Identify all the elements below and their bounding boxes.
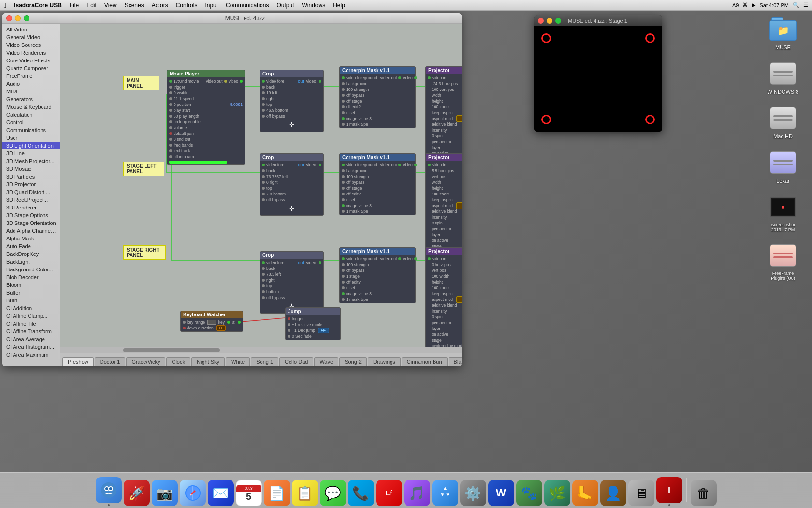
- dock-item-mail[interactable]: ✉️: [208, 480, 234, 506]
- desktop-icon-muse[interactable]: 📁 MUSE: [764, 15, 802, 50]
- dock-item-notes[interactable]: 📋: [292, 480, 318, 506]
- sidebar-item-3d-stage-orient[interactable]: 3D Stage Orientation: [2, 219, 60, 227]
- sidebar-item-backdropkey[interactable]: BackDropKey: [2, 250, 60, 258]
- sidebar-item-all-video[interactable]: All Video: [2, 26, 60, 33]
- dock-item-misc2[interactable]: 🌿: [544, 480, 570, 506]
- dock-item-lastfm[interactable]: Lf: [376, 480, 402, 506]
- menu-controls[interactable]: Controls: [176, 2, 198, 9]
- search-icon[interactable]: 🔍: [793, 2, 799, 8]
- sidebar-item-calculation[interactable]: Calculation: [2, 111, 60, 119]
- apple-menu[interactable]: : [4, 1, 6, 9]
- node-movie-player[interactable]: Movie Player 17:Und movievideo outvideo …: [167, 70, 245, 165]
- menu-file[interactable]: File: [70, 2, 79, 9]
- node-jump[interactable]: Jump trigger +1 relative mode +1 Dec jum…: [285, 307, 341, 340]
- desktop-icon-freeframe[interactable]: FreeFramePlugins (U8): [764, 242, 802, 281]
- close-button[interactable]: [6, 15, 12, 21]
- dock-item-itunes[interactable]: 🎵: [404, 480, 430, 506]
- desktop-icon-windows8[interactable]: WINDOWS 8: [764, 60, 802, 95]
- sidebar-item-video-sources[interactable]: Video Sources: [2, 41, 60, 49]
- tab-song1[interactable]: Song 1: [251, 357, 278, 366]
- sidebar-item-burn[interactable]: Burn: [2, 297, 60, 304]
- sidebar-item-3d-line[interactable]: 3D Line: [2, 149, 60, 157]
- menu-scenes[interactable]: Scenes: [125, 2, 144, 9]
- sidebar-item-freeframe[interactable]: FreeFrame: [2, 72, 60, 80]
- node-projector-2[interactable]: Projector video in 5.8 horz pos vert pos…: [425, 153, 462, 256]
- stage-minimize-button[interactable]: [547, 18, 552, 24]
- dock-item-word[interactable]: W: [488, 480, 514, 506]
- dock-item-isadora[interactable]: I: [656, 477, 682, 506]
- sidebar-item-3d-rect[interactable]: 3D Rect.Project...: [2, 196, 60, 204]
- node-crop-3[interactable]: Crop video foreoutvideo back 78.3 left r…: [260, 251, 324, 314]
- tab-cinnamon-bun[interactable]: Cinnamon Bun: [402, 357, 448, 366]
- tab-clock[interactable]: Clock: [166, 357, 190, 366]
- sidebar-item-ci-affine-clamp[interactable]: CI Affine Clamp...: [2, 312, 60, 320]
- sidebar-item-quartz[interactable]: Quartz Composer: [2, 64, 60, 72]
- dock-item-messages[interactable]: 💬: [320, 480, 346, 506]
- dock-item-misc1[interactable]: 🐾: [516, 480, 542, 506]
- canvas-hscroll[interactable]: [60, 347, 462, 353]
- sidebar-item-ci-area-hist[interactable]: CI Area Histogram...: [2, 343, 60, 351]
- sidebar-item-video-renderers[interactable]: Video Renderers: [2, 49, 60, 57]
- sidebar-item-ci-affine-tile[interactable]: CI Affine Tile: [2, 320, 60, 328]
- menu-actors[interactable]: Actors: [152, 2, 168, 9]
- dock-item-calendar[interactable]: JULY 5: [236, 480, 262, 506]
- node-projector-3[interactable]: Projector video in 0 horz pos vert pos 1…: [425, 247, 462, 347]
- sidebar-item-3d-light[interactable]: 3D Light Orientation: [2, 142, 60, 149]
- dock-item-trash[interactable]: 🗑: [691, 480, 717, 506]
- sidebar-item-3d-renderer[interactable]: 3D Renderer: [2, 204, 60, 211]
- dock-item-misc4[interactable]: 👤: [600, 480, 626, 506]
- node-cornerpin-2[interactable]: Cornerpin Mask v1.1 video foregroundvide…: [339, 153, 416, 215]
- stage-maximize-button[interactable]: [555, 18, 561, 24]
- node-crop-2[interactable]: Crop video foreoutvideo back 76.7857 lef…: [260, 153, 324, 216]
- menu-communications[interactable]: Communications: [226, 2, 269, 9]
- dock-item-safari[interactable]: [180, 480, 206, 506]
- menu-help[interactable]: Help: [333, 2, 345, 9]
- tab-night-sky[interactable]: Night Sky: [191, 357, 225, 366]
- sidebar-item-audio[interactable]: Audio: [2, 80, 60, 88]
- sidebar-item-add-alpha[interactable]: Add Alpha Channel...: [2, 227, 60, 235]
- dock-item-misc5[interactable]: 🖥: [628, 480, 654, 506]
- sidebar-item-general-video[interactable]: General Video: [2, 33, 60, 41]
- tab-doctor1[interactable]: Doctor 1: [95, 357, 126, 366]
- menu-view[interactable]: View: [104, 2, 117, 9]
- sidebar-item-buffer[interactable]: Buffer: [2, 289, 60, 297]
- tab-white[interactable]: White: [226, 357, 250, 366]
- menu-app[interactable]: IsadoraCore USB: [14, 2, 62, 9]
- sidebar-item-3d-stage-opt[interactable]: 3D Stage Options: [2, 211, 60, 219]
- notification-icon[interactable]: ☰: [803, 2, 808, 8]
- sidebar-item-blob[interactable]: Blob Decoder: [2, 273, 60, 281]
- sidebar-item-3d-mosaic[interactable]: 3D Mosaic: [2, 165, 60, 173]
- sidebar-item-3d-particles[interactable]: 3D Particles: [2, 173, 60, 180]
- sidebar-item-alpha-mask[interactable]: Alpha Mask: [2, 235, 60, 242]
- stage-close-button[interactable]: [538, 18, 544, 24]
- sidebar-item-3d-quad[interactable]: 3D Quad Distort ...: [2, 188, 60, 196]
- sidebar-item-ci-affine-transform[interactable]: CI Affine Transform: [2, 328, 60, 335]
- dock-item-appstore[interactable]: [432, 480, 458, 506]
- sidebar-item-auto-fade[interactable]: Auto Fade: [2, 242, 60, 250]
- dock-item-launchpad[interactable]: 🚀: [124, 480, 150, 506]
- tab-song2[interactable]: Song 2: [339, 357, 367, 366]
- menu-windows[interactable]: Windows: [302, 2, 326, 9]
- node-cornerpin-3[interactable]: Cornerpin Mask v1.1 video foregroundvide…: [339, 247, 416, 303]
- tab-grace-vicky[interactable]: Grace/Vicky: [126, 357, 165, 366]
- sidebar-item-core-video[interactable]: Core Video Effects: [2, 57, 60, 64]
- sidebar-item-ci-addition[interactable]: CI Addition: [2, 304, 60, 312]
- tab-cello-dad[interactable]: Cello Dad: [279, 357, 313, 366]
- desktop-icon-machd[interactable]: Mac HD: [764, 105, 802, 139]
- canvas-area[interactable]: MAIN PANEL Movie Player 17:Und movievide…: [60, 24, 462, 347]
- sidebar-item-midi[interactable]: MIDI: [2, 88, 60, 95]
- dock-item-pages[interactable]: 📄: [264, 480, 290, 506]
- desktop-icon-screenshot[interactable]: Screen Shot2013...7 PM: [764, 194, 802, 232]
- node-keyboard-watcher[interactable]: Keyboard Watcher key rangekey'a' down di…: [180, 311, 243, 332]
- dock-item-syspref[interactable]: ⚙️: [460, 480, 486, 506]
- sidebar-item-bloom[interactable]: Bloom: [2, 281, 60, 289]
- sidebar-item-bg-color[interactable]: Background Color...: [2, 266, 60, 273]
- node-cornerpin-1[interactable]: Cornerpin Mask v1.1 video foregroundvide…: [339, 66, 416, 128]
- dock-item-iphoto[interactable]: 📷: [152, 480, 178, 506]
- sidebar-item-ci-area-max[interactable]: CI Area Maximum: [2, 351, 60, 359]
- sidebar-item-user[interactable]: User: [2, 134, 60, 142]
- tab-wave[interactable]: Wave: [314, 357, 338, 366]
- sidebar-item-communications[interactable]: Communications: [2, 126, 60, 134]
- menu-input[interactable]: Input: [205, 2, 218, 9]
- maximize-button[interactable]: [24, 15, 29, 21]
